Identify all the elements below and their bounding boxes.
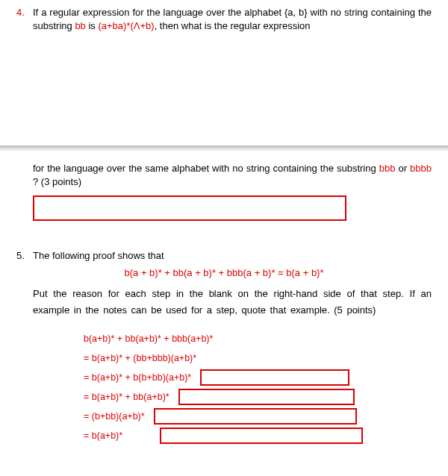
q4-cont-1: for the language over the same alphabet … xyxy=(33,163,379,174)
q5-step-4-expr: = b(a+b)* + bb(a+b)* xyxy=(84,392,169,402)
q5-step-6-expr: = b(a+b)* xyxy=(84,430,122,441)
question-4-number: 4. xyxy=(16,6,33,18)
q4-expr: (a+ba)*(Λ+b) xyxy=(98,20,154,31)
q5-step-1: b(a+b)* + bb(a+b)* + bbb(a+b)* xyxy=(84,329,432,348)
q4-bb: bb xyxy=(75,20,85,31)
q5-step-5-answer-box[interactable] xyxy=(154,408,357,425)
question-4-header: 4. If a regular expression for the langu… xyxy=(16,6,432,32)
q4-text-3: , then what is the regular expression xyxy=(155,20,311,31)
q5-instructions: Put the reason for each step in the blan… xyxy=(33,286,432,319)
q5-step-2-expr: = b(a+b)* + (bb+bbb)(a+b)* xyxy=(84,353,196,363)
q5-step-5: = (b+bb)(a+b)* xyxy=(84,407,432,426)
question-4-text-top: If a regular expression for the language… xyxy=(33,6,432,32)
spacer xyxy=(16,221,432,249)
q5-step-3-answer-box[interactable] xyxy=(200,369,349,386)
page-break-gap xyxy=(16,35,432,162)
q5-step-6-answer-box[interactable] xyxy=(160,428,363,444)
q5-step-2: = b(a+b)* + (bb+bbb)(a+b)* xyxy=(84,348,432,368)
question-4-text-bottom: for the language over the same alphabet … xyxy=(33,162,432,188)
q4-bbbb: bbbb xyxy=(410,163,432,174)
page-break-shadow xyxy=(0,145,448,151)
q4-or: or xyxy=(395,163,410,174)
q5-step-3-expr: = b(a+b)* + b(b+bb)(a+b)* xyxy=(84,372,191,383)
question-5-header: 5. The following proof shows that xyxy=(16,249,432,263)
q5-step-3: = b(a+b)* + b(b+bb)(a+b)* xyxy=(84,368,432,387)
q5-step-4-answer-box[interactable] xyxy=(178,389,355,405)
page: 4. If a regular expression for the langu… xyxy=(0,0,448,460)
q5-step-1-expr: b(a+b)* + bb(a+b)* + bbb(a+b)* xyxy=(84,333,213,344)
question-5-intro: The following proof shows that xyxy=(33,249,432,263)
q4-text-2: is xyxy=(86,20,99,31)
q4-answer-box[interactable] xyxy=(33,195,346,221)
q5-theorem: b(a + b)* + bb(a + b)* + bbb(a + b)* = b… xyxy=(16,267,432,278)
q5-step-6: = b(a+b)* xyxy=(84,426,432,445)
q5-step-4: = b(a+b)* + bb(a+b)* xyxy=(84,387,432,407)
question-5-number: 5. xyxy=(16,249,33,261)
q5-step-5-expr: = (b+bb)(a+b)* xyxy=(84,411,145,422)
q4-points: (3 points) xyxy=(38,176,81,187)
q4-bbb: bbb xyxy=(379,163,396,174)
q5-steps: b(a+b)* + bb(a+b)* + bbb(a+b)* = b(a+b)*… xyxy=(84,329,432,445)
